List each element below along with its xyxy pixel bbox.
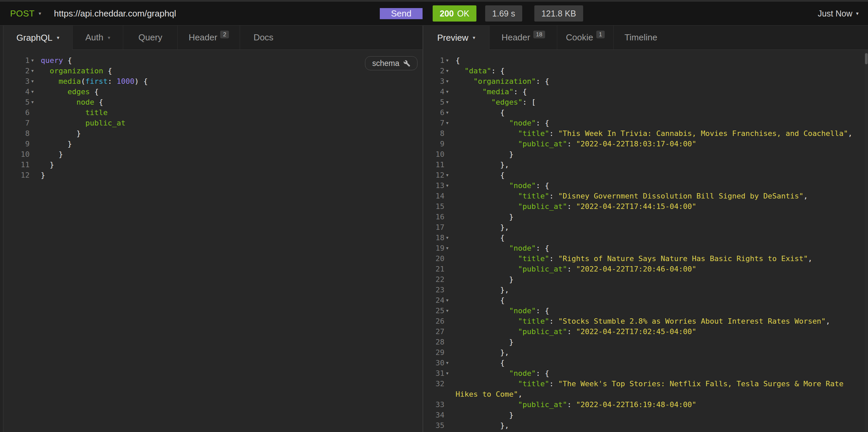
code-line[interactable]: 4▾ "media": { <box>423 87 868 97</box>
code-line[interactable]: 30▾ { <box>423 358 868 368</box>
sidebar-drag-handle[interactable] <box>0 26 3 432</box>
code-line[interactable]: 29 }, <box>423 347 868 358</box>
code-line[interactable]: 8 "title": "This Week In Trivia: Cannabi… <box>423 128 868 139</box>
line-content[interactable]: } <box>450 410 868 420</box>
code-line[interactable]: 2▾ "data": { <box>423 66 868 76</box>
line-content[interactable]: node { <box>35 97 423 107</box>
response-scrollbar[interactable] <box>865 50 868 432</box>
code-line[interactable]: 2▾ organization { <box>3 66 423 76</box>
line-content[interactable]: } <box>450 212 868 222</box>
response-json-code[interactable]: 1▾{2▾ "data": {3▾ "organization": {4▾ "m… <box>423 50 868 432</box>
code-line[interactable]: 10 } <box>423 149 868 160</box>
code-line[interactable]: 3▾ media(first: 1000) { <box>3 76 423 87</box>
code-line[interactable]: 18▾ { <box>423 232 868 243</box>
tab-auth[interactable]: Auth ▾ <box>72 26 123 49</box>
code-line[interactable]: 8 } <box>3 128 423 139</box>
fold-arrow-icon[interactable]: ▾ <box>444 305 450 316</box>
fold-arrow-icon[interactable]: ▾ <box>444 170 450 180</box>
code-line[interactable]: 16 } <box>423 212 868 222</box>
code-line[interactable]: 15 "public_at": "2022-04-22T17:44:15-04:… <box>423 201 868 212</box>
code-line[interactable]: 7 public_at <box>3 118 423 128</box>
code-line[interactable]: 3▾ "organization": { <box>423 76 868 87</box>
code-line[interactable]: 35 }, <box>423 420 868 431</box>
fold-arrow-icon[interactable]: ▾ <box>444 66 450 76</box>
line-content[interactable]: "public_at": "2022-04-22T17:20:46-04:00" <box>450 264 868 274</box>
tab-cookie[interactable]: Cookie 1 <box>557 26 614 49</box>
code-line[interactable]: 31▾ "node": { <box>423 368 868 378</box>
line-content[interactable]: "data": { <box>450 66 868 76</box>
line-content[interactable]: }, <box>450 285 868 295</box>
code-line[interactable]: 12} <box>3 170 423 180</box>
tab-header[interactable]: Header 2 <box>178 26 240 49</box>
line-content[interactable]: } <box>35 139 423 149</box>
line-content[interactable]: } <box>450 149 868 160</box>
code-line[interactable]: 36▾ { <box>423 431 868 432</box>
line-content[interactable]: "public_at": "2022-04-22T17:44:15-04:00" <box>450 201 868 212</box>
fold-arrow-icon[interactable]: ▾ <box>444 55 450 66</box>
line-content[interactable]: } <box>35 128 423 139</box>
line-content[interactable]: }, <box>450 160 868 170</box>
code-line[interactable]: 21 "public_at": "2022-04-22T17:20:46-04:… <box>423 264 868 274</box>
tab-response-header[interactable]: Header 18 <box>489 26 557 49</box>
line-content[interactable]: "public_at": "2022-04-22T17:02:45-04:00" <box>450 326 868 337</box>
line-content[interactable]: organization { <box>35 66 423 76</box>
code-line[interactable]: 11 } <box>3 160 423 170</box>
line-content[interactable]: "title": "Disney Government Dissolution … <box>450 191 868 201</box>
line-content[interactable]: "node": { <box>450 180 868 191</box>
fold-arrow-icon[interactable]: ▾ <box>444 107 450 118</box>
fold-arrow-icon[interactable]: ▾ <box>444 243 450 253</box>
code-line[interactable]: 5▾ "edges": [ <box>423 97 868 107</box>
response-preview-viewer[interactable]: 1▾{2▾ "data": {3▾ "organization": {4▾ "m… <box>423 50 868 432</box>
line-content[interactable]: "title": "This Week In Trivia: Cannabis,… <box>450 128 868 139</box>
code-line[interactable]: 19▾ "node": { <box>423 243 868 253</box>
line-content[interactable]: "node": { <box>450 305 868 316</box>
line-content[interactable]: { <box>450 170 868 180</box>
line-content[interactable]: { <box>450 295 868 305</box>
line-content[interactable]: { <box>450 55 868 66</box>
code-line[interactable]: 17 }, <box>423 222 868 232</box>
line-content[interactable]: "node": { <box>450 118 868 128</box>
code-line[interactable]: 27 "public_at": "2022-04-22T17:02:45-04:… <box>423 326 868 337</box>
code-line[interactable]: 5▾ node { <box>3 97 423 107</box>
line-content[interactable]: }, <box>450 420 868 431</box>
line-content[interactable]: "title": "Stocks Stumble 2.8% as Worries… <box>450 316 868 326</box>
code-line[interactable]: 20 "title": "Rights of Nature Says Natur… <box>423 253 868 264</box>
line-content[interactable]: "organization": { <box>450 76 868 87</box>
fold-arrow-icon[interactable]: ▾ <box>30 66 35 76</box>
line-content[interactable]: public_at <box>35 118 423 128</box>
code-line[interactable]: 9 } <box>3 139 423 149</box>
code-line[interactable]: 12▾ { <box>423 170 868 180</box>
code-line[interactable]: 34 } <box>423 410 868 420</box>
line-content[interactable]: { <box>450 358 868 368</box>
code-line[interactable]: 6▾ { <box>423 107 868 118</box>
line-content[interactable]: "public_at": "2022-04-22T18:03:17-04:00" <box>450 139 868 149</box>
line-content[interactable]: "node": { <box>450 243 868 253</box>
code-line[interactable]: 22 } <box>423 274 868 285</box>
line-content[interactable]: }, <box>450 347 868 358</box>
line-content[interactable]: query { <box>35 55 423 66</box>
tab-query[interactable]: Query <box>123 26 178 49</box>
code-line[interactable]: 24▾ { <box>423 295 868 305</box>
code-line[interactable]: 32 "title": "The Week's Top Stories: Net… <box>423 378 868 399</box>
fold-arrow-icon[interactable]: ▾ <box>30 87 35 97</box>
fold-arrow-icon[interactable]: ▾ <box>444 232 450 243</box>
code-line[interactable]: 7▾ "node": { <box>423 118 868 128</box>
code-line[interactable]: 11 }, <box>423 160 868 170</box>
fold-arrow-icon[interactable]: ▾ <box>444 368 450 378</box>
line-content[interactable]: "media": { <box>450 87 868 97</box>
graphql-query-editor[interactable]: 1▾query {2▾ organization {3▾ media(first… <box>3 50 423 432</box>
line-content[interactable]: edges { <box>35 87 423 97</box>
line-content[interactable]: } <box>35 170 423 180</box>
fold-arrow-icon[interactable]: ▾ <box>444 76 450 87</box>
method-label[interactable]: POST <box>10 8 35 19</box>
fold-arrow-icon[interactable]: ▾ <box>444 295 450 305</box>
line-content[interactable]: } <box>450 337 868 347</box>
line-content[interactable]: title <box>35 107 423 118</box>
code-line[interactable]: 14 "title": "Disney Government Dissoluti… <box>423 191 868 201</box>
code-line[interactable]: 1▾query { <box>3 55 423 66</box>
code-line[interactable]: 13▾ "node": { <box>423 180 868 191</box>
line-content[interactable]: { <box>450 232 868 243</box>
fold-arrow-icon[interactable]: ▾ <box>444 358 450 368</box>
schema-button[interactable]: schema <box>365 56 417 70</box>
url-input[interactable]: https://api.cheddar.com/graphql <box>54 8 176 19</box>
